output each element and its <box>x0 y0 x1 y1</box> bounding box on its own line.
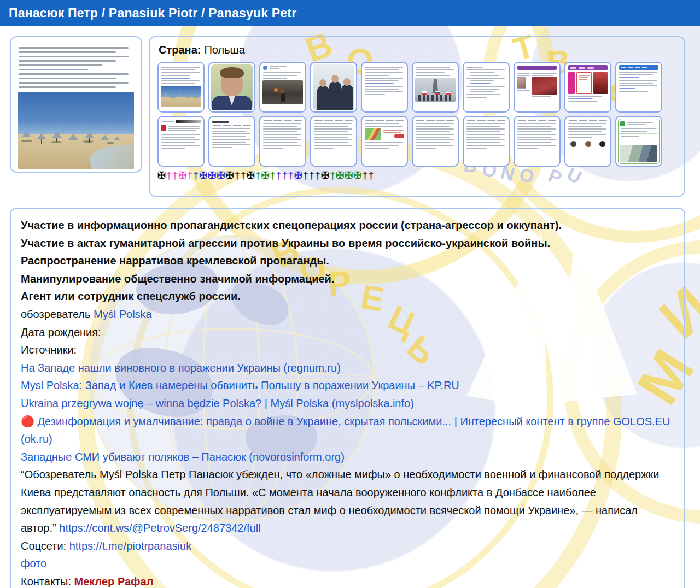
country-value: Польша <box>204 44 244 56</box>
charge-line: Участие в актах гуманитарной агрессии пр… <box>21 234 674 252</box>
red-circle-emoji: 🔴 <box>21 415 38 427</box>
contacts-line: Контакты: Меклер Рафал <box>21 573 674 588</box>
cross-symbol: † <box>362 170 368 181</box>
source-link[interactable]: Mysl Polska: Запад и Киев намерены обвин… <box>21 379 459 391</box>
cross-symbol: † <box>241 170 247 181</box>
source-link[interactable]: Западные СМИ убивают поляков – Панасюк (… <box>21 451 345 463</box>
social-label: Соцсети: <box>21 540 69 552</box>
gallery-thumbnail-article-map[interactable] <box>361 116 408 167</box>
quote-source-link[interactable]: https://cont.ws/@PetrovSerg/2487342/full <box>59 522 260 534</box>
country-line: Страна:Польша <box>159 44 676 56</box>
source-link-line: На Западе нашли виновного в поражении Ук… <box>21 359 674 377</box>
charge-line: Манипулирование общественно значимой инф… <box>21 270 674 288</box>
gallery-thumbnail-monument-flags[interactable] <box>412 62 459 113</box>
cross-symbol: ✠ <box>261 170 270 181</box>
cross-symbol: † <box>276 170 282 181</box>
social-post-screenshot[interactable] <box>15 42 137 167</box>
gallery-thumbnail-site-blue[interactable] <box>615 62 662 113</box>
cross-symbol: ✠ <box>226 170 235 181</box>
country-label: Страна: <box>159 44 201 56</box>
profile-photo-card <box>10 36 142 173</box>
cross-symbol: † <box>288 170 294 181</box>
gallery-thumbnail-article-title[interactable] <box>208 116 255 167</box>
cross-symbol: † <box>166 170 172 181</box>
gallery-thumbnail-post-green[interactable] <box>615 116 662 167</box>
gallery-row-1 <box>158 62 676 113</box>
cross-symbol: ✠ <box>178 170 187 181</box>
cross-symbol: ✠ <box>208 170 217 181</box>
observer-prefix: обозреватель <box>21 308 94 320</box>
photo-link[interactable]: фото <box>21 557 46 569</box>
profile-title-bar: Панасюк Петр / Panasiuk Piotr / Panasyuk… <box>0 0 700 26</box>
social-line: Соцсети: https://t.me/piotrpanasiuk <box>21 537 674 555</box>
cross-symbol: ✠ <box>217 170 225 181</box>
sources-label: Источники: <box>21 341 674 359</box>
cross-symbol: ✠ <box>345 170 353 181</box>
beach-photo <box>18 92 134 169</box>
source-link-line: Западные СМИ убивают поляков – Панасюк (… <box>21 448 674 466</box>
cross-symbol: ✠ <box>353 170 362 181</box>
quote-paragraph: “Обозреватель Myśl Polska Петр Панасюк у… <box>21 466 674 537</box>
gallery-thumbnail-article-avatars[interactable] <box>564 116 611 167</box>
gallery-thumbnail-site-purple[interactable] <box>514 62 561 113</box>
cross-symbol: † <box>330 170 336 181</box>
source-link[interactable]: Дезинформация и умалчивание: правда о во… <box>21 415 670 445</box>
cross-symbol: † <box>368 170 374 181</box>
page-title: Панасюк Петр / Panasiuk Piotr / Panasyuk… <box>9 6 296 21</box>
kill-symbols: ✠††✠††✠✠✠✠††✠†✠††††✠†††✠†✠✠✠†† <box>158 170 676 182</box>
gallery-thumbnail-article-plain[interactable] <box>514 116 561 167</box>
gallery-thumbnail-fb-war[interactable] <box>259 62 306 113</box>
cross-symbol: † <box>315 170 321 181</box>
gallery-thumbnail-site-regnum[interactable] <box>564 62 611 113</box>
cross-symbol: † <box>309 170 315 181</box>
cross-symbol: † <box>270 170 276 181</box>
telegram-link[interactable]: https://t.me/piotrpanasiuk <box>69 540 191 552</box>
cross-symbol: ✠ <box>158 170 166 181</box>
gallery-thumbnail-article-plain[interactable] <box>412 116 459 167</box>
contacts-label: Контакты: <box>21 575 74 587</box>
gallery-thumbnail-list-doc[interactable] <box>463 62 510 113</box>
gallery-thumbnail-post-beach[interactable] <box>158 62 205 113</box>
gallery-thumbnail-article-plain[interactable] <box>310 116 357 167</box>
cross-symbol: † <box>235 170 241 181</box>
gallery-thumbnail-article-dropcap[interactable] <box>158 116 205 167</box>
gallery-thumbnail-article-plain[interactable] <box>259 116 306 167</box>
cross-symbol: ✠ <box>247 170 255 181</box>
cross-symbol: † <box>193 170 199 181</box>
cross-symbol: † <box>172 170 178 181</box>
cross-symbol: † <box>303 170 309 181</box>
dossier-card: Участие в информационно пропагандистских… <box>10 208 685 588</box>
gallery-thumbnail-men-suits[interactable] <box>310 62 357 113</box>
source-link-line: Ukraina przegrywa wojnę – winna będzie P… <box>21 395 674 413</box>
cross-symbol: † <box>255 170 261 181</box>
cross-symbol: ✠ <box>199 170 208 181</box>
charge-line: Участие в информационно пропагандистских… <box>21 216 674 234</box>
source-link[interactable]: На Западе нашли виновного в поражении Ук… <box>21 362 341 374</box>
cross-symbol: ✠ <box>336 170 345 181</box>
photo-line: фото <box>21 555 674 573</box>
country-and-gallery-card: Страна:Польша ✠††✠††✠✠✠✠††✠†✠††††✠†††✠†✠… <box>149 36 685 197</box>
source-link[interactable]: Ukraina przegrywa wojnę – winna będzie P… <box>21 397 414 409</box>
charge-line: Агент или сотрудник спецслужб россии. <box>21 287 674 305</box>
gallery-thumbnail-text-doc[interactable] <box>361 62 408 113</box>
mysl-polska-link[interactable]: Myśl Polska <box>94 308 152 320</box>
gallery-row-2 <box>158 116 676 167</box>
cross-symbol: † <box>282 170 288 181</box>
cross-symbol: † <box>187 170 193 181</box>
contact-person-link[interactable]: Меклер Рафал <box>74 575 154 587</box>
birth-date-label: Дата рождения: <box>21 324 674 342</box>
source-links: На Западе нашли виновного в поражении Ук… <box>21 359 674 466</box>
gallery-thumbnail-article-plain[interactable] <box>463 116 510 167</box>
cross-symbol: ✠ <box>321 170 330 181</box>
observer-line: обозреватель Myśl Polska <box>21 305 674 324</box>
source-link-line: 🔴 Дезинформация и умалчивание: правда о … <box>21 413 674 448</box>
page: ВОРЕТВОРВОРЕЦЬМИBONOPU Панасюк Петр / Pa… <box>0 0 700 588</box>
source-link-line: Mysl Polska: Запад и Киев намерены обвин… <box>21 377 674 395</box>
charge-line: Распространение нарративов кремлевской п… <box>21 252 674 270</box>
gallery-thumbnail-portrait[interactable] <box>208 62 255 113</box>
cross-symbol: ✠ <box>294 170 303 181</box>
